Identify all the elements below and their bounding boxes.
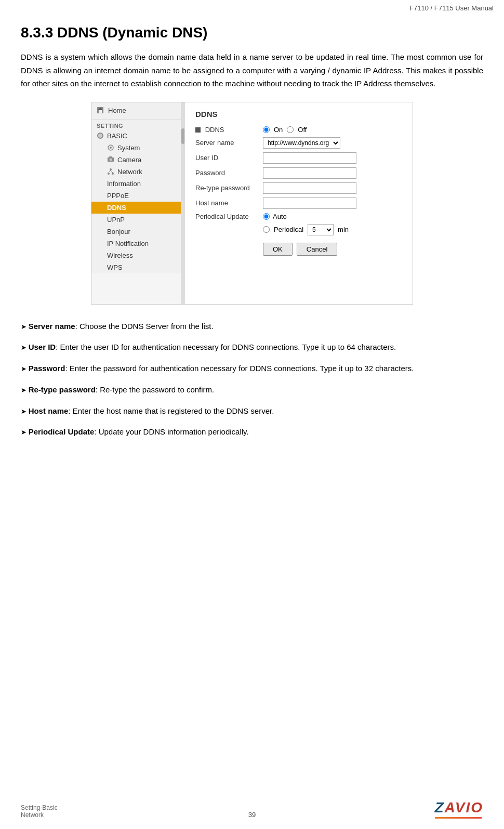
password-input[interactable] [263, 167, 356, 179]
host-name-row: Host name [195, 198, 402, 209]
bullet-retype-text: : Re-type the password to confirm. [96, 385, 214, 394]
sidebar-item-wps[interactable]: WPS [91, 261, 184, 273]
basic-icon [97, 132, 104, 139]
ddns-off-label[interactable]: Off [298, 126, 307, 134]
ddns-off-radio[interactable] [287, 126, 294, 133]
periodical-row: Periodical 5 min [263, 224, 402, 235]
ddns-on-radio[interactable] [263, 126, 270, 133]
system-label: System [117, 144, 140, 152]
bullet-server-name-label: Server name [29, 322, 75, 331]
footer-network: Network [21, 811, 58, 819]
user-id-row: User ID [195, 152, 402, 164]
button-row: OK Cancel [195, 243, 402, 256]
manual-title: F7110 / F7115 User Manual [409, 4, 494, 12]
ddns-on-label[interactable]: On [274, 126, 283, 134]
camera-icon [107, 156, 114, 163]
user-id-input[interactable] [263, 152, 356, 164]
upnp-label: UPnP [107, 216, 125, 223]
setting-label: SETTING [91, 120, 184, 130]
sidebar-item-pppoe[interactable]: PPPoE [91, 190, 184, 202]
sidebar-item-upnp[interactable]: UPnP [91, 214, 184, 226]
basic-label: BASIC [107, 132, 127, 140]
bullet-password-text: : Enter the password for authentication … [65, 364, 414, 373]
periodical-radio[interactable] [263, 226, 270, 233]
bullet-host-name-label: Host name [29, 406, 69, 415]
sidebar-item-system[interactable]: System [91, 142, 184, 154]
sidebar-item-wireless[interactable]: Wireless [91, 249, 184, 261]
sidebar: Home SETTING BASIC [91, 102, 185, 273]
server-name-label: Server name [195, 139, 263, 147]
bullet-periodical-update: Periodical Update: Update your DDNS info… [21, 426, 483, 439]
cancel-button[interactable]: Cancel [297, 243, 337, 256]
svg-rect-9 [109, 156, 112, 157]
network-icon [107, 168, 114, 175]
footer-page-number: 39 [248, 811, 256, 819]
footer-logo-block: ZAVIO [435, 799, 484, 819]
scrollbar[interactable] [181, 102, 185, 304]
bullet-retype-label: Re-type password [29, 385, 96, 394]
sidebar-item-ddns[interactable]: DDNS [91, 202, 184, 214]
svg-point-8 [110, 159, 112, 161]
bullet-server-name-text: : Choose the DDNS Server from the list. [75, 322, 214, 331]
server-name-row: Server name http://www.dyndns.org [195, 137, 402, 149]
section-title: 8.3.3 DDNS (Dynamic DNS) [21, 24, 483, 41]
host-name-input[interactable] [263, 198, 356, 209]
ddns-nav-label: DDNS [107, 204, 126, 212]
home-icon [97, 107, 105, 115]
bullet-host-name-text: : Enter the host name that is registered… [68, 406, 274, 415]
network-label: Network [117, 168, 142, 176]
min-label: min [338, 226, 349, 233]
home-label: Home [108, 107, 126, 114]
logo-underline [435, 817, 482, 819]
bullet-user-id-label: User ID [29, 343, 56, 351]
main-content: 8.3.3 DDNS (Dynamic DNS) DDNS is a syste… [0, 14, 504, 478]
bullet-retype-password: Re-type password: Re-type the password t… [21, 384, 483, 397]
ip-notification-label: IP Notification [107, 240, 149, 247]
periodical-label[interactable]: Periodical [274, 226, 303, 233]
bullet-periodical-label: Periodical Update [29, 427, 95, 436]
bullet-password: Password: Enter the password for authent… [21, 362, 483, 375]
ui-screenshot: Home SETTING BASIC [91, 102, 413, 305]
ddns-panel: DDNS DDNS On Off Server name [185, 102, 413, 304]
ddns-toggle-options: On Off [263, 126, 307, 134]
ddns-toggle-row: DDNS On Off [195, 126, 402, 134]
sidebar-item-information[interactable]: Information [91, 178, 184, 190]
svg-point-4 [98, 134, 102, 138]
password-row: Password [195, 167, 402, 179]
svg-line-14 [111, 170, 113, 173]
pppoe-label: PPPoE [107, 192, 129, 200]
panel-title: DDNS [195, 110, 402, 119]
server-name-select[interactable]: http://www.dyndns.org [263, 137, 340, 149]
periodical-update-label: Periodical Update [195, 213, 263, 220]
sidebar-item-network[interactable]: Network [91, 166, 184, 178]
sidebar-item-bonjour[interactable]: Bonjour [91, 226, 184, 238]
ddns-label: DDNS [205, 126, 224, 134]
page-footer: Setting-Basic Network 39 ZAVIO [0, 799, 504, 819]
ok-button[interactable]: OK [263, 243, 293, 256]
retype-password-input[interactable] [263, 182, 356, 194]
footer-logo: ZAVIO [435, 799, 484, 816]
svg-point-11 [108, 173, 110, 175]
sidebar-home[interactable]: Home [91, 102, 184, 120]
bullet-server-name: Server name: Choose the DDNS Server from… [21, 320, 483, 333]
server-name-field: http://www.dyndns.org [263, 137, 340, 149]
auto-label[interactable]: Auto [273, 213, 287, 220]
wps-label: WPS [107, 264, 123, 271]
sidebar-item-camera[interactable]: Camera [91, 154, 184, 166]
ddns-icon [195, 127, 201, 133]
system-icon [107, 144, 114, 151]
bullet-host-name: Host name: Enter the host name that is r… [21, 405, 483, 418]
bullet-password-label: Password [29, 364, 65, 373]
bullet-user-id-text: : Enter the user ID for authentication n… [56, 343, 396, 351]
logo-text: Z [435, 799, 445, 815]
scrollbar-thumb[interactable] [181, 128, 184, 144]
auto-radio[interactable] [263, 213, 270, 220]
wireless-label: Wireless [107, 252, 133, 259]
svg-line-13 [109, 170, 111, 173]
sidebar-item-ip-notification[interactable]: IP Notification [91, 238, 184, 249]
bullet-user-id: User ID: Enter the user ID for authentic… [21, 341, 483, 354]
min-select[interactable]: 5 [308, 224, 334, 235]
footer-left: Setting-Basic Network [21, 804, 58, 819]
sidebar-item-basic[interactable]: BASIC [91, 130, 184, 142]
svg-point-6 [110, 147, 112, 149]
